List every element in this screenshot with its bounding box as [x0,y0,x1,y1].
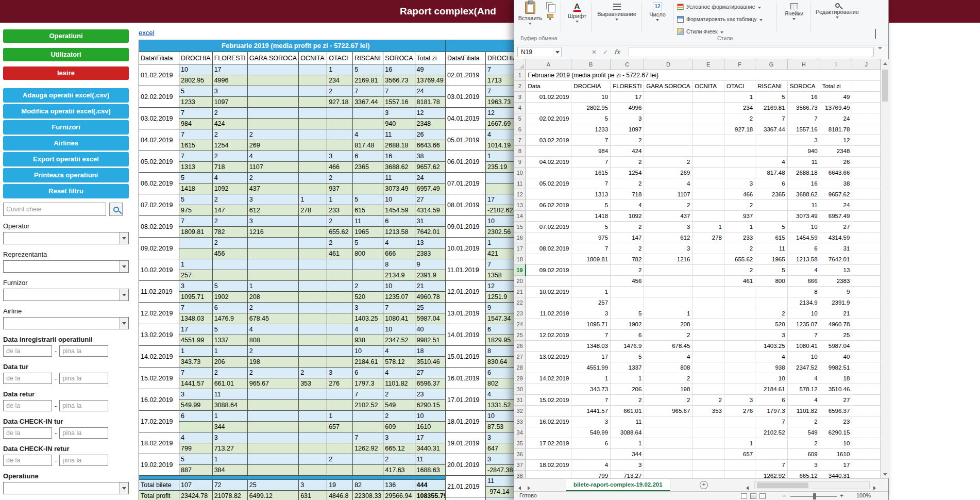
action-button[interactable]: Export operatii excel [3,152,129,166]
formula-input[interactable] [629,47,874,57]
sheet-cell[interactable]: 198 [644,384,692,395]
sheet-cell[interactable]: 344 [611,449,644,460]
sheet-cell[interactable] [644,113,692,124]
sheet-cell[interactable]: 1 [571,373,611,384]
font-group-button[interactable]: А Шрифт [564,0,590,33]
sheet-cell[interactable] [724,416,755,427]
sheet-cell[interactable]: 520 [755,319,787,330]
sheet-cell[interactable]: 666 [787,276,820,287]
sheet-cell[interactable]: 1403.25 [755,341,787,352]
expand-formula-bar-icon[interactable] [878,49,882,59]
row-header-13[interactable]: 13 [514,200,526,211]
date-to-input[interactable] [59,427,108,439]
row-header-17[interactable]: 17 [514,243,526,254]
row-header-32[interactable]: 32 [514,406,526,416]
sheet-cell[interactable]: 21 [820,308,852,319]
sheet-cell[interactable]: Februarie 2019 (media profit pe zi - 572… [526,70,881,81]
sheet-cell[interactable]: 343.73 [571,384,611,395]
sheet-cell[interactable] [526,254,571,265]
sheet-cell[interactable]: 09.02.2019 [526,265,571,276]
sheet-cell[interactable]: 1216 [644,254,692,265]
sheet-cell[interactable]: 713.27 [611,471,644,479]
sheet-cell[interactable]: 937 [724,211,755,222]
collapse-ribbon-button[interactable] [875,30,876,39]
sheet-cell[interactable]: 25 [820,330,852,341]
sheet-cell[interactable]: 6290.15 [820,427,852,438]
sheet-cell[interactable] [611,297,644,308]
sheet-cell[interactable]: 2 [644,330,692,341]
sheet-cell[interactable]: 7 [755,113,787,124]
sheet-cell[interactable] [644,460,692,471]
sheet-cell[interactable] [852,352,881,362]
sheet-cell[interactable]: 1615 [571,168,611,178]
paste-button[interactable]: Вставить [517,0,543,33]
sheet-cell[interactable]: 665.12 [787,471,820,479]
sheet-cell[interactable]: 2 [755,308,787,319]
sheet-cell[interactable]: 4 [644,178,692,189]
row-header-11[interactable]: 11 [514,178,526,189]
sheet-cell[interactable] [852,384,881,395]
nav-button[interactable]: Operatiuni [3,29,129,43]
sheet-cell[interactable]: 2 [611,265,644,276]
sheet-cell[interactable]: 1262.92 [755,471,787,479]
sheet-cell[interactable]: 16 [787,92,820,103]
sheet-cell[interactable]: 1 [611,438,644,449]
sheet-cell[interactable]: 808 [644,362,692,373]
sheet-cell[interactable]: 9 [820,287,852,297]
sheet-cell[interactable]: 49 [820,92,852,103]
vertical-scrollbar[interactable] [881,59,889,478]
sheet-cell[interactable] [852,341,881,352]
sheet-cell[interactable]: 10 [820,438,852,449]
sheet-cell[interactable]: 10 [787,308,820,319]
sheet-cell[interactable] [692,384,724,395]
sheet-cell[interactable] [724,384,755,395]
sheet-cell[interactable]: 2348 [820,146,852,157]
date-to-input[interactable] [59,345,108,357]
sheet-cell[interactable] [571,276,611,287]
sheet-cell[interactable]: 05.02.2019 [526,178,571,189]
sheet-cell[interactable]: 8181.78 [820,124,852,135]
sheet-cell[interactable]: 5 [611,352,644,362]
sheet-cell[interactable]: 01.02.2019 [526,92,571,103]
sheet-cell[interactable]: 655.62 [724,254,755,265]
sheet-cell[interactable]: 4551.99 [571,362,611,373]
sheet-cell[interactable]: 549 [787,427,820,438]
sheet-cell[interactable]: 800 [755,276,787,287]
sheet-cell[interactable]: 6 [755,178,787,189]
row-header-2[interactable]: 2 [514,81,526,92]
column-header-G[interactable]: G [755,59,787,70]
sheet-cell[interactable]: 10.02.2019 [526,287,571,297]
row-header-3[interactable]: 3 [514,92,526,103]
sheet-cell[interactable] [852,146,881,157]
sheet-cell[interactable]: 233 [724,232,755,243]
sheet-cell[interactable] [644,92,692,103]
sheet-cell[interactable]: 7 [787,113,820,124]
sheet-cell[interactable]: DROCHIA [571,81,611,92]
sheet-cell[interactable] [692,124,724,135]
sheet-cell[interactable]: 8 [787,287,820,297]
sheet-cell[interactable] [692,157,724,168]
sheet-cell[interactable]: 4 [571,460,611,471]
date-to-input[interactable] [59,400,108,411]
zoom-slider[interactable] [790,496,837,497]
sheet-cell[interactable] [692,471,724,479]
sheet-cell[interactable]: 799 [571,471,611,479]
row-header-36[interactable]: 36 [514,449,526,460]
sheet-cell[interactable]: 2 [611,157,644,168]
sheet-cell[interactable]: 549.99 [571,427,611,438]
sheet-cell[interactable] [852,211,881,222]
sheet-cell[interactable]: 6 [611,330,644,341]
sheet-cell[interactable]: 4 [755,157,787,168]
sheet-cell[interactable]: 2347.52 [787,362,820,373]
sheet-cell[interactable] [852,103,881,113]
search-input[interactable] [3,203,106,216]
sheet-cell[interactable] [644,103,692,113]
sheet-cell[interactable]: 10 [787,352,820,362]
sheet-cell[interactable]: 6957.49 [820,211,852,222]
sheet-cell[interactable]: 278 [692,232,724,243]
sheet-cell[interactable] [692,373,724,384]
row-header-24[interactable]: 24 [514,319,526,330]
filter-select[interactable] [3,260,129,273]
sheet-cell[interactable] [852,135,881,146]
sheet-cell[interactable]: 2 [611,178,644,189]
